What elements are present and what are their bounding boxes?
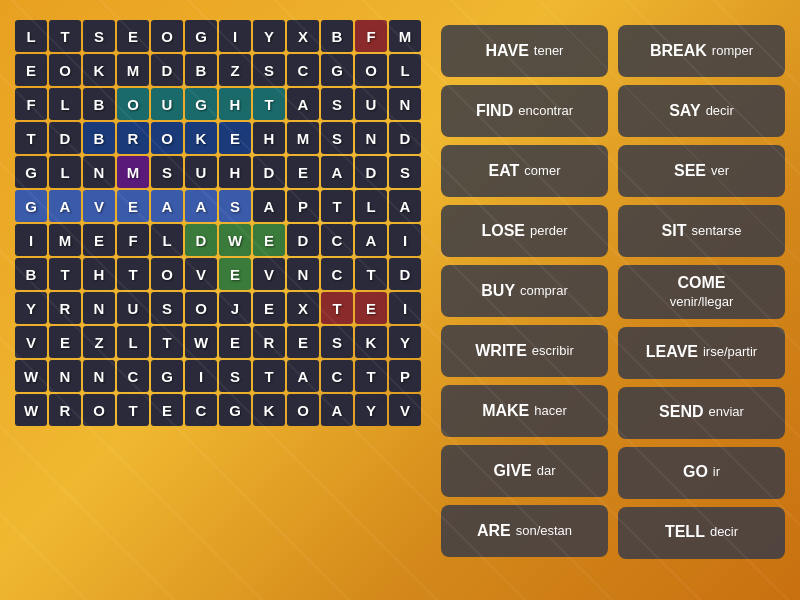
grid-cell-r2-c5: G [185, 88, 217, 120]
grid-cell-r10-c4: G [151, 360, 183, 392]
grid-cell-r11-c10: Y [355, 394, 387, 426]
grid-cell-r2-c7: T [253, 88, 285, 120]
grid-cell-r9-c3: L [117, 326, 149, 358]
word-button-leave[interactable]: LEAVE irse/partir [618, 327, 785, 379]
grid-cell-r1-c6: Z [219, 54, 251, 86]
grid-cell-r11-c6: G [219, 394, 251, 426]
grid-cell-r6-c11: I [389, 224, 421, 256]
grid-cell-r7-c7: V [253, 258, 285, 290]
word-button-give[interactable]: GIVE dar [441, 445, 608, 497]
grid-cell-r2-c1: L [49, 88, 81, 120]
grid-cell-r4-c4: S [151, 156, 183, 188]
grid-cell-r0-c3: E [117, 20, 149, 52]
word-button-main-have: HAVE [486, 41, 529, 62]
grid-cell-r3-c1: D [49, 122, 81, 154]
grid-cell-r2-c8: A [287, 88, 319, 120]
grid-cell-r6-c0: I [15, 224, 47, 256]
grid-cell-r1-c1: O [49, 54, 81, 86]
grid-cell-r9-c6: E [219, 326, 251, 358]
word-button-see[interactable]: SEE ver [618, 145, 785, 197]
grid-cell-r7-c4: O [151, 258, 183, 290]
grid-cell-r1-c4: D [151, 54, 183, 86]
word-button-main-say: SAY [669, 101, 700, 122]
grid-cell-r0-c9: B [321, 20, 353, 52]
word-button-go[interactable]: GO ir [618, 447, 785, 499]
grid-cell-r9-c10: K [355, 326, 387, 358]
grid-cell-r9-c0: V [15, 326, 47, 358]
grid-cell-r10-c10: T [355, 360, 387, 392]
word-button-sub-break: romper [712, 43, 753, 60]
word-button-have[interactable]: HAVE tener [441, 25, 608, 77]
buttons-col-right: BREAK romperSAY decirSEE verSIT sentarse… [618, 25, 785, 559]
grid-cell-r7-c11: D [389, 258, 421, 290]
word-button-main-write: WRITE [475, 341, 527, 362]
grid-cell-r6-c8: D [287, 224, 319, 256]
grid-cell-r10-c3: C [117, 360, 149, 392]
grid-cell-r2-c10: U [355, 88, 387, 120]
grid-cell-r1-c0: E [15, 54, 47, 86]
grid-cell-r2-c3: O [117, 88, 149, 120]
grid-cell-r1-c5: B [185, 54, 217, 86]
grid-cell-r3-c3: R [117, 122, 149, 154]
grid-cell-r4-c8: E [287, 156, 319, 188]
word-button-break[interactable]: BREAK romper [618, 25, 785, 77]
grid-cell-r8-c8: X [287, 292, 319, 324]
word-button-lose[interactable]: LOSE perder [441, 205, 608, 257]
grid-cell-r11-c0: W [15, 394, 47, 426]
grid-cell-r11-c3: T [117, 394, 149, 426]
grid-cell-r4-c5: U [185, 156, 217, 188]
grid-cell-r10-c6: S [219, 360, 251, 392]
grid-cell-r8-c11: I [389, 292, 421, 324]
grid-cell-r10-c0: W [15, 360, 47, 392]
grid-cell-r7-c10: T [355, 258, 387, 290]
word-button-sub-give: dar [537, 463, 556, 480]
grid-cell-r8-c5: O [185, 292, 217, 324]
grid-cell-r1-c8: C [287, 54, 319, 86]
grid-cell-r1-c10: O [355, 54, 387, 86]
grid-cell-r3-c8: M [287, 122, 319, 154]
grid-cell-r5-c2: V [83, 190, 115, 222]
grid-cell-r1-c7: S [253, 54, 285, 86]
word-button-main-make: MAKE [482, 401, 529, 422]
grid-cell-r7-c2: H [83, 258, 115, 290]
grid-cell-r9-c5: W [185, 326, 217, 358]
word-button-say[interactable]: SAY decir [618, 85, 785, 137]
grid-cell-r0-c11: M [389, 20, 421, 52]
grid-cell-r8-c4: S [151, 292, 183, 324]
word-button-sit[interactable]: SIT sentarse [618, 205, 785, 257]
word-button-sub-make: hacer [534, 403, 567, 420]
grid-cell-r5-c0: G [15, 190, 47, 222]
word-button-eat[interactable]: EAT comer [441, 145, 608, 197]
grid-cell-r1-c2: K [83, 54, 115, 86]
grid-cell-r8-c1: R [49, 292, 81, 324]
word-button-sub-write: escribir [532, 343, 574, 360]
grid-cell-r5-c6: S [219, 190, 251, 222]
grid-cell-r11-c7: K [253, 394, 285, 426]
grid-cell-r9-c11: Y [389, 326, 421, 358]
main-container: LTSEOGIYXBFMEOKMDBZSCGOLFLBOUGHTASUNTDBR… [0, 0, 800, 600]
grid-cell-r7-c3: T [117, 258, 149, 290]
word-button-write[interactable]: WRITE escribir [441, 325, 608, 377]
grid-cell-r0-c2: S [83, 20, 115, 52]
grid-cell-r1-c9: G [321, 54, 353, 86]
word-button-are[interactable]: ARE son/estan [441, 505, 608, 557]
word-button-sub-eat: comer [524, 163, 560, 180]
grid-cell-r10-c8: A [287, 360, 319, 392]
word-button-send[interactable]: SEND enviar [618, 387, 785, 439]
grid-cell-r10-c1: N [49, 360, 81, 392]
grid-cell-r4-c10: D [355, 156, 387, 188]
word-button-buy[interactable]: BUY comprar [441, 265, 608, 317]
grid-cell-r6-c4: L [151, 224, 183, 256]
grid-cell-r9-c7: R [253, 326, 285, 358]
grid-cell-r7-c0: B [15, 258, 47, 290]
grid-cell-r1-c3: M [117, 54, 149, 86]
grid-cell-r4-c9: A [321, 156, 353, 188]
grid-cell-r7-c6: E [219, 258, 251, 290]
grid-cell-r5-c8: P [287, 190, 319, 222]
grid-cell-r6-c3: F [117, 224, 149, 256]
word-button-tell[interactable]: TELL decir [618, 507, 785, 559]
word-button-make[interactable]: MAKE hacer [441, 385, 608, 437]
word-button-find[interactable]: FIND encontrar [441, 85, 608, 137]
word-button-come[interactable]: COMEvenir/llegar [618, 265, 785, 319]
grid-cell-r0-c0: L [15, 20, 47, 52]
